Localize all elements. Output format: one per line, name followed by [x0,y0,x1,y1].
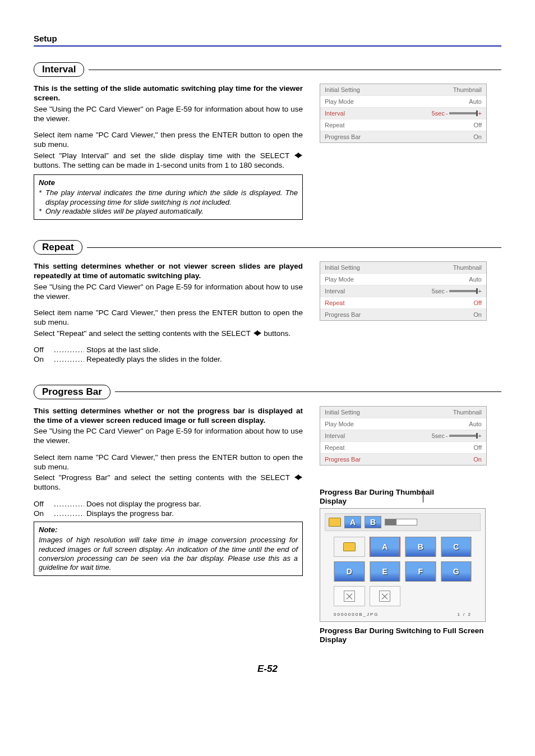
grid-x2 [370,586,401,606]
section-pill-interval: Interval [34,62,84,77]
thumb-page: 1 / 2 [457,612,472,617]
section-repeat-heading: Repeat [34,240,501,255]
section-progressbar-heading: Progress Bar [34,385,501,399]
interval-p2: Select item name "PC Card Viewer," then … [34,130,303,150]
progress-off-line: Off.............Does not display the pro… [34,499,303,509]
interval-p1: See "Using the PC Card Viewer" on Page E… [34,104,303,124]
section-pill-repeat: Repeat [34,240,82,255]
repeat-p2: Select item name "PC Card Viewer," then … [34,308,303,328]
note-title: Note [39,178,298,187]
caption-thumb: Progress Bar During Thumbnail Display [320,488,501,506]
interval-p3: Select "Play Interval" and set the slide… [34,151,303,170]
progress-p2: Select item name "PC Card Viewer," then … [34,453,303,472]
triangle-right-icon [257,330,261,336]
x-icon [344,591,355,602]
section-interval-heading: Interval [34,62,501,77]
grid-slide-g: G [441,561,472,582]
grid-slide-b: B [405,537,436,557]
slide-thumb-b: B [365,516,381,528]
menu-table-progress: Initial SettingThumbnail Play ModeAuto I… [320,406,487,465]
repeat-off-line: Off.............Stops at the last slide. [34,345,303,354]
progress-lead: This setting determines whether or not t… [34,406,303,426]
slide-thumb-a: A [344,516,361,528]
folder-icon [329,518,341,527]
section-pill-progress: Progress Bar [34,385,110,399]
progress-p1: See "Using the PC Card Viewer" on Page E… [34,426,303,446]
grid-x1 [334,586,365,606]
thumb-filename: 0000000B_JPG [334,612,379,617]
grid-slide-f: F [405,561,436,582]
x-icon [379,591,390,602]
repeat-on-line: On.............Repeatedly plays the slid… [34,354,303,364]
grid-slide-a: A [370,537,401,557]
menu-table-interval: Initial SettingThumbnail Play ModeAuto I… [320,84,487,143]
grid-slide-d: D [334,561,365,582]
grid-slide-e: E [370,561,401,582]
progress-on-line: On.............Displays the progress bar… [34,509,303,518]
repeat-p3: Select "Repeat" and select the setting c… [34,329,303,338]
thumbnail-preview: A B A B C D E F G 0 [320,508,486,622]
triangle-right-icon [298,153,302,158]
triangle-right-icon [298,474,302,480]
grid-slide-c: C [441,537,472,557]
repeat-lead: This setting determines whether or not v… [34,261,303,281]
page-number: E-52 [34,663,501,675]
menu-table-repeat: Initial SettingThumbnail Play ModeAuto I… [320,261,487,321]
interval-note-box: Note *The play interval indicates the ti… [34,174,303,220]
grid-folder [334,537,365,557]
caption-full: Progress Bar During Switching to Full Sc… [320,626,501,644]
page-header: Setup [34,34,501,47]
progress-note-box: Note: Images of high resolution will tak… [34,522,303,576]
interval-lead: This is the setting of the slide automat… [34,84,303,103]
progress-p3: Select "Progress Bar" and select the set… [34,473,303,492]
progress-bar-icon [385,519,417,525]
repeat-p1: See "Using the PC Card Viewer" on Page E… [34,282,303,302]
note-title: Note: [39,525,298,534]
